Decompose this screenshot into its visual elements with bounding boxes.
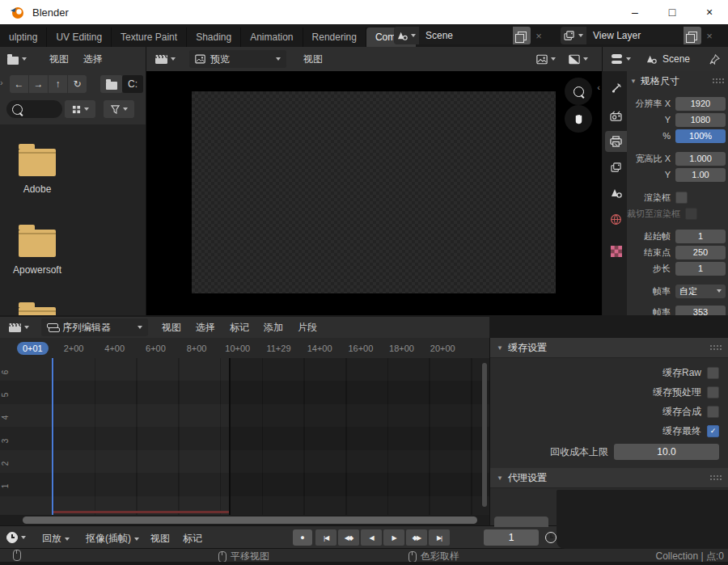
resolution-y-field[interactable]: 1080: [675, 113, 726, 127]
cache-settings-header[interactable]: ▼ 缓存设置: [490, 338, 728, 358]
fps-preset-dropdown[interactable]: 自定: [675, 285, 726, 298]
up-button[interactable]: ↑: [49, 75, 67, 93]
transport-button[interactable]: ◆▶: [406, 529, 427, 546]
cache-option-checkbox[interactable]: ✓: [707, 425, 719, 437]
workspace-tab[interactable]: UV Editing: [47, 27, 112, 47]
menu-item[interactable]: 标记: [222, 321, 256, 335]
cache-option-checkbox[interactable]: [707, 386, 719, 398]
menu-item[interactable]: 片段: [290, 321, 324, 335]
tab-scene[interactable]: [605, 183, 627, 204]
workspace-tab[interactable]: Rendering: [303, 27, 366, 47]
folder-item-partial[interactable]: [0, 301, 74, 315]
scene-datablock-button[interactable]: [394, 27, 419, 44]
filter-funnel-icon: [111, 105, 120, 114]
workspace-tab[interactable]: Shading: [187, 27, 241, 47]
view-layer-name-field[interactable]: View Layer: [586, 27, 684, 44]
frame-end-field[interactable]: 250: [675, 246, 726, 259]
keying-menu[interactable]: 抠像(插帧): [86, 532, 139, 546]
scene-name-field[interactable]: Scene: [419, 27, 513, 44]
workspace-tab[interactable]: ulpting: [0, 27, 47, 47]
marker-menu[interactable]: 标记: [183, 532, 202, 546]
frame-step-field[interactable]: 1: [675, 262, 726, 276]
tab-output[interactable]: [605, 131, 627, 152]
new-folder-button[interactable]: [100, 75, 123, 93]
menu-item[interactable]: 视图: [42, 53, 76, 66]
display-channels-button[interactable]: [532, 50, 560, 68]
tab-render[interactable]: [605, 105, 627, 126]
zoom-button[interactable]: [565, 78, 592, 105]
close-button[interactable]: ×: [691, 0, 728, 24]
menu-item[interactable]: 添加: [256, 321, 290, 335]
scene-unlink-button[interactable]: ×: [531, 27, 547, 44]
recycle-limit-field[interactable]: 10.0: [614, 444, 719, 460]
view-layer-unlink-button[interactable]: ×: [701, 27, 717, 44]
frame-start-field[interactable]: 1: [675, 230, 726, 243]
tab-view-layer[interactable]: [605, 157, 627, 178]
menu-item[interactable]: 选择: [76, 53, 110, 66]
proxy-settings-header[interactable]: ▼ 代理设置: [490, 468, 728, 488]
minimize-button[interactable]: –: [616, 0, 654, 24]
forward-button[interactable]: →: [29, 75, 48, 93]
fps-field[interactable]: 353: [675, 306, 726, 316]
vertical-scrollbar[interactable]: [482, 363, 487, 507]
tab-tool[interactable]: [605, 78, 627, 99]
current-frame-field[interactable]: 1: [484, 529, 539, 546]
folder-item[interactable]: Adobe: [0, 142, 74, 195]
playback-menu[interactable]: 回放: [42, 532, 70, 546]
file-browser-list[interactable]: Adobe Apowersoft: [0, 124, 146, 315]
menu-item[interactable]: 视图: [154, 321, 188, 335]
dimensions-panel-header[interactable]: ▼ 规格尺寸: [627, 71, 728, 91]
collapse-triangle-icon: ▼: [630, 78, 637, 85]
preview-view-menu[interactable]: 视图: [296, 53, 330, 66]
properties-editor-type-button[interactable]: [607, 50, 635, 68]
workspace-tab[interactable]: Texture Paint: [112, 27, 187, 47]
resolution-percent-field[interactable]: 100%: [675, 129, 726, 143]
display-mode-button[interactable]: [65, 100, 95, 118]
refresh-button[interactable]: ↻: [68, 75, 87, 93]
sequencer-editor-type-button[interactable]: [5, 318, 33, 336]
transport-button[interactable]: ▶|: [429, 529, 450, 546]
sequencer-timeline[interactable]: 654321: [0, 358, 489, 515]
aspect-y-field[interactable]: 1.00: [675, 168, 726, 182]
workspace-tab[interactable]: Animation: [241, 27, 303, 47]
view-menu[interactable]: 视图: [150, 532, 170, 546]
auto-keying-record-button[interactable]: ●: [293, 529, 312, 546]
maximize-button[interactable]: □: [654, 0, 691, 24]
transport-button[interactable]: ▶: [383, 529, 404, 546]
display-mode-dropdown[interactable]: 预览: [189, 50, 286, 68]
preview-viewport[interactable]: ‹: [146, 71, 602, 315]
back-button[interactable]: ←: [10, 75, 28, 93]
aspect-x-field[interactable]: 1.000: [675, 152, 726, 166]
scene-copy-button[interactable]: [513, 27, 531, 44]
timeline-editor-type-button[interactable]: [6, 532, 26, 543]
filter-button[interactable]: [104, 100, 134, 118]
transport-button[interactable]: ◀: [361, 529, 382, 546]
overlay-options-button[interactable]: [565, 50, 592, 68]
transport-button[interactable]: ◀◆: [338, 529, 359, 546]
transport-button[interactable]: |◀: [315, 529, 336, 546]
resolution-x-field[interactable]: 1920: [675, 97, 726, 111]
folder-item[interactable]: Apowersoft: [0, 223, 74, 276]
pan-button[interactable]: [565, 105, 592, 133]
pin-icon[interactable]: [709, 54, 720, 65]
sidebar-collapse-arrow[interactable]: ‹: [597, 82, 600, 92]
cache-option-checkbox[interactable]: [707, 406, 719, 418]
sequencer-view-type-dropdown[interactable]: 序列编辑器: [41, 318, 148, 336]
view-layer-copy-button[interactable]: [684, 27, 701, 44]
menu-item[interactable]: 选择: [188, 321, 222, 335]
view-layer-datablock-button[interactable]: [561, 27, 586, 44]
search-input[interactable]: [6, 100, 62, 118]
timeline-ruler[interactable]: 0+012+004+006+008+0010+0011+2914+0016+00…: [0, 338, 489, 358]
tab-world[interactable]: [605, 209, 627, 230]
render-border-checkbox[interactable]: [675, 192, 688, 204]
crop-to-border-checkbox[interactable]: [685, 208, 697, 220]
status-bar: 平移视图 色彩取样 Collection | 点:0: [0, 548, 728, 563]
preview-editor-type-button[interactable]: [151, 50, 180, 68]
file-browser-editor-type-button[interactable]: [3, 50, 31, 68]
playhead[interactable]: [52, 358, 53, 515]
cache-option-checkbox[interactable]: [707, 367, 719, 379]
tab-texture[interactable]: [605, 241, 627, 262]
horizontal-scrollbar[interactable]: [23, 517, 477, 524]
drive-button[interactable]: C:: [122, 75, 143, 93]
region-expand-arrow[interactable]: ›: [0, 78, 3, 87]
